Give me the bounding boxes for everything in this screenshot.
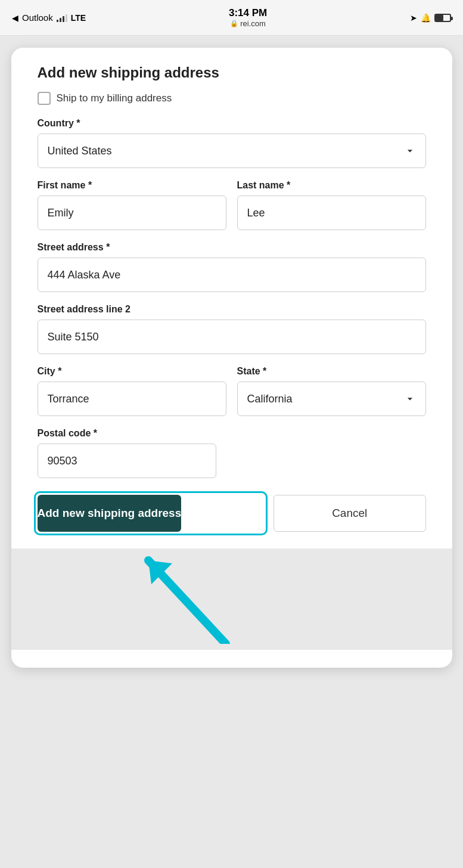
battery-indicator bbox=[434, 14, 451, 22]
status-left: ◀ Outlook LTE bbox=[12, 13, 86, 23]
city-field-group: City * bbox=[38, 366, 226, 416]
buttons-row: Add new shipping address Cancel bbox=[38, 495, 426, 532]
city-input[interactable] bbox=[38, 382, 226, 416]
signal-bars bbox=[57, 14, 67, 22]
country-label: Country * bbox=[38, 118, 426, 129]
postal-code-input[interactable] bbox=[38, 444, 216, 478]
carrier-label: Outlook bbox=[22, 13, 53, 23]
state-field-group: State * AlabamaAlaskaArizonaArkansasCali… bbox=[237, 366, 426, 416]
network-type: LTE bbox=[71, 13, 86, 23]
form-container: Add new shipping address Ship to my bill… bbox=[11, 48, 452, 548]
first-name-input[interactable] bbox=[38, 196, 226, 230]
billing-checkbox-label: Ship to my billing address bbox=[57, 92, 172, 104]
status-center: 3:14 PM 🔒 rei.com bbox=[229, 7, 267, 28]
url-bar: 🔒 rei.com bbox=[230, 19, 266, 28]
street-address-label: Street address * bbox=[38, 242, 426, 253]
street-address-2-field-group: Street address line 2 bbox=[38, 304, 426, 354]
last-name-input[interactable] bbox=[237, 196, 426, 230]
city-label: City * bbox=[38, 366, 226, 377]
first-name-field-group: First name * bbox=[38, 180, 226, 230]
state-select[interactable]: AlabamaAlaskaArizonaArkansasCaliforniaCo… bbox=[237, 382, 426, 416]
name-row: First name * Last name * bbox=[38, 180, 426, 242]
location-icon: ➤ bbox=[410, 13, 417, 23]
phone-chrome: Add new shipping address Ship to my bill… bbox=[11, 48, 452, 668]
status-bar: ◀ Outlook LTE 3:14 PM 🔒 rei.com ➤ 🔔 bbox=[0, 0, 463, 36]
annotation-arrow bbox=[130, 548, 250, 644]
status-right: ➤ 🔔 bbox=[410, 13, 451, 23]
cancel-button[interactable]: Cancel bbox=[274, 495, 426, 532]
alarm-icon: 🔔 bbox=[421, 13, 431, 23]
street-address-2-input[interactable] bbox=[38, 320, 426, 354]
add-shipping-address-button[interactable]: Add new shipping address bbox=[38, 495, 182, 532]
annotation-area bbox=[11, 548, 452, 650]
last-name-label: Last name * bbox=[237, 180, 426, 191]
form-title: Add new shipping address bbox=[38, 64, 426, 81]
back-arrow: ◀ bbox=[12, 13, 18, 23]
billing-checkbox[interactable] bbox=[38, 92, 51, 105]
state-label: State * bbox=[237, 366, 426, 377]
country-select[interactable]: United StatesCanadaMexico bbox=[38, 134, 426, 168]
country-required: * bbox=[76, 118, 80, 128]
city-state-row: City * State * AlabamaAlaskaArizonaArkan… bbox=[38, 366, 426, 428]
last-name-field-group: Last name * bbox=[237, 180, 426, 230]
lock-icon: 🔒 bbox=[230, 20, 238, 27]
street-address-field-group: Street address * bbox=[38, 242, 426, 292]
billing-checkbox-row[interactable]: Ship to my billing address bbox=[38, 92, 426, 105]
street-address-input[interactable] bbox=[38, 258, 426, 292]
time-display: 3:14 PM bbox=[229, 7, 267, 19]
street-address-2-label: Street address line 2 bbox=[38, 304, 426, 315]
submit-button-wrapper: Add new shipping address bbox=[38, 495, 264, 532]
country-field-group: Country * United StatesCanadaMexico bbox=[38, 118, 426, 168]
first-name-label: First name * bbox=[38, 180, 226, 191]
postal-code-field-group: Postal code * bbox=[38, 428, 426, 478]
postal-code-label: Postal code * bbox=[38, 428, 426, 439]
